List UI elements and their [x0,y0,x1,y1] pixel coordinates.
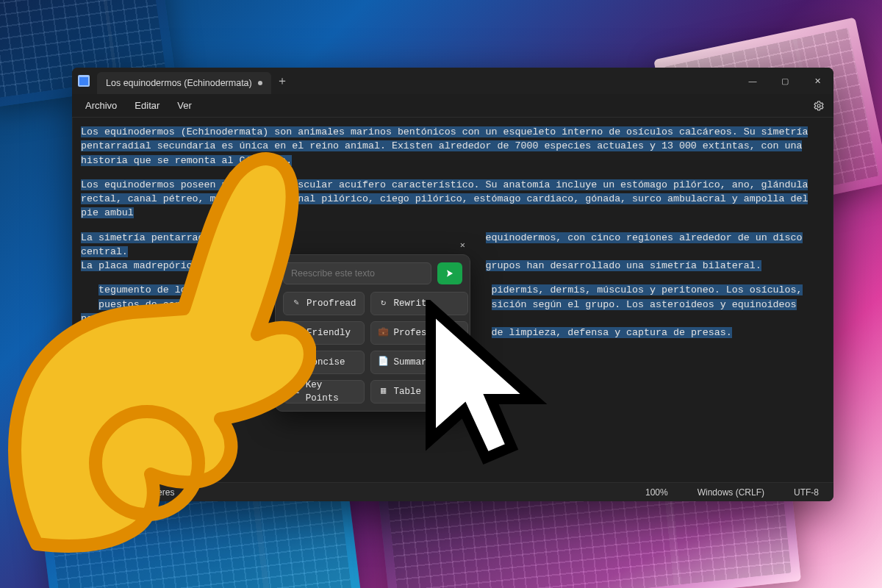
maximize-icon: ▢ [781,76,789,86]
send-icon [445,268,455,279]
menu-view[interactable]: Ver [168,97,201,114]
professional-button[interactable]: 💼Professional [370,321,468,345]
selected-text: icelarios, estructur [98,327,216,338]
status-position: Ln 7 [82,487,108,498]
friendly-button[interactable]: ☺Friendly [283,321,365,345]
rewrite-button[interactable]: ↻Rewrite [370,292,468,315]
close-button[interactable]: ✕ [801,68,833,94]
notepad-window: Los equinodermos (Echinodermata) ＋ — ▢ ✕… [72,68,833,501]
status-encoding[interactable]: UTF-8 [789,487,823,498]
button-label: Proofread [306,297,356,310]
rewrite-send-button[interactable] [437,262,462,284]
table-button[interactable]: ▦Table [370,380,468,404]
briefcase-icon: 💼 [379,328,389,338]
rewrite-icon: ↻ [379,298,389,309]
proofread-icon: ✎ [291,298,301,309]
selected-text: grupos han desarrollado una simetría bil… [486,260,761,271]
selected-text: de limpieza, defensa y captura de presas… [492,327,732,338]
document-tab-title: Los equinodermos (Echinodermata) [106,78,252,88]
new-tab-button[interactable]: ＋ [271,74,293,89]
menubar: Archivo Editar Ver [72,94,833,118]
button-label: Key Points [306,379,356,405]
maximize-button[interactable]: ▢ [769,68,801,94]
document-tab[interactable]: Los equinodermos (Echinodermata) [97,72,271,94]
concise-icon: ⇆ [291,357,301,368]
summary-button[interactable]: 📄Summary [370,351,468,374]
rewrite-prompt-input[interactable] [283,262,431,284]
button-label: Rewrite [394,297,433,310]
proofread-button[interactable]: ✎Proofread [283,292,365,315]
text-editor[interactable]: Los equinodermos (Echinodermata) son ani… [72,118,833,482]
selected-text: La simetría pentarradia [81,232,216,243]
keypoints-button[interactable]: ☰Key Points [283,380,365,404]
unsaved-indicator-icon [258,81,262,85]
menu-edit[interactable]: Editar [126,97,168,114]
status-eol[interactable]: Windows (CRLF) [693,487,769,498]
svg-point-0 [817,104,820,107]
statusbar: Ln 7 caracteres 100% Windows (CRLF) UTF-… [72,482,833,501]
selected-text: tegumento de los equ [98,284,216,295]
window-controls: — ▢ ✕ [736,68,833,94]
button-label: Concise [306,356,345,369]
rewrite-popup: ✕ ✎Proofread ↻Rewrite ☺Friendly 💼Profess… [275,254,470,412]
close-icon: ✕ [814,76,821,86]
selected-text: pidermis, dermis, músculos y peritoneo. … [492,284,803,295]
status-zoom[interactable]: 100% [641,487,673,498]
settings-button[interactable] [808,96,829,116]
table-icon: ▦ [379,387,389,397]
button-label: Summary [394,356,433,369]
minimize-button[interactable]: — [736,68,769,94]
selected-text: puestos de carbonato [98,299,216,310]
popup-close-button[interactable]: ✕ [460,240,465,252]
button-label: Friendly [306,326,351,340]
friendly-icon: ☺ [291,328,301,338]
selected-text: Los equinodermos poseen un sistema vascu… [81,179,808,219]
app-icon [78,75,90,87]
gear-icon [813,100,825,112]
list-icon: ☰ [291,387,301,397]
button-label: Professional [394,326,460,340]
summary-icon: 📄 [379,357,389,368]
titlebar[interactable]: Los equinodermos (Echinodermata) ＋ — ▢ ✕ [72,68,833,94]
concise-button[interactable]: ⇆Concise [283,351,365,374]
status-chars: caracteres [129,487,179,498]
button-label: Table [394,385,422,398]
selected-text: Los equinodermos (Echinodermata) son ani… [81,126,808,166]
selected-text: La placa madrepórica in [81,260,216,271]
menu-file[interactable]: Archivo [76,97,126,114]
minimize-icon: — [749,76,757,85]
